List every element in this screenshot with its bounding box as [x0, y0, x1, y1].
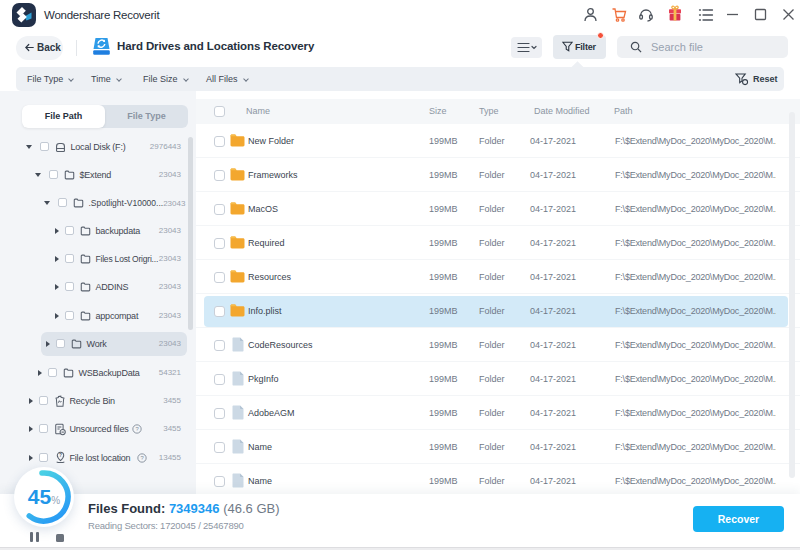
svg-text:?: ? — [59, 453, 62, 458]
svg-text:?: ? — [135, 426, 139, 432]
svg-text:?: ? — [140, 455, 144, 461]
